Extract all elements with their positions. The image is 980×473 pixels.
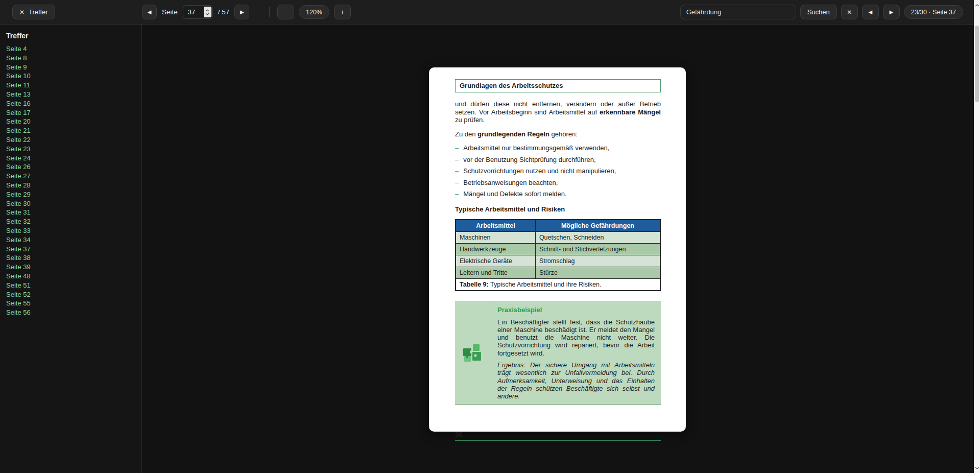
example-paragraph-2: Ergebnis: Der sichere Umgang mit Arbeits… bbox=[497, 361, 655, 400]
pdf-page: Grundlagen des Arbeitsschutzes und dürfe… bbox=[429, 67, 686, 432]
table-row: Maschinen Quetschen, Schneiden bbox=[456, 232, 660, 244]
result-page-link[interactable]: Seite 10 bbox=[6, 72, 141, 81]
table-row: Elektrische Geräte Stromschlag bbox=[456, 255, 660, 267]
dash-icon: – bbox=[455, 190, 459, 198]
next-page-icon: ▶ bbox=[240, 10, 244, 15]
document-canvas[interactable]: Grundlagen des Arbeitsschutzes und dürfe… bbox=[142, 25, 974, 473]
close-icon: ✕ bbox=[847, 9, 852, 15]
zoom-out-button[interactable]: − bbox=[277, 5, 294, 19]
page-footer: 36 bbox=[455, 431, 661, 441]
table-heading: Typische Arbeitsmittel und Risiken bbox=[455, 205, 661, 214]
result-page-link[interactable]: Seite 27 bbox=[6, 172, 141, 181]
chevron-up-icon bbox=[205, 9, 209, 12]
result-page-link[interactable]: Seite 52 bbox=[6, 290, 141, 299]
result-page-link[interactable]: Seite 37 bbox=[6, 245, 141, 254]
result-page-link[interactable]: Seite 28 bbox=[6, 181, 141, 190]
page-navigation: ◀ Seite / 57 ▶ bbox=[142, 0, 249, 24]
toolbar-divider bbox=[269, 7, 270, 17]
zoom-level: 120% bbox=[299, 5, 329, 19]
example-title: Praxisbeispiel bbox=[497, 306, 655, 314]
previous-match-icon: ◀ bbox=[868, 10, 872, 15]
result-page-link[interactable]: Seite 38 bbox=[6, 253, 141, 263]
next-match-button[interactable]: ▶ bbox=[883, 5, 900, 19]
vertical-scrollbar[interactable] bbox=[974, 0, 980, 473]
table-cell-arbeitsmittel: Handwerkzeuge bbox=[456, 244, 535, 255]
toggle-results-button[interactable]: ✕ Treffer bbox=[12, 5, 55, 19]
bullet-text: Schutzvorrichtungen nutzen und nicht man… bbox=[463, 167, 616, 175]
result-page-link[interactable]: Seite 23 bbox=[6, 145, 141, 154]
page-number-input-wrap bbox=[183, 5, 213, 19]
result-page-link[interactable]: Seite 21 bbox=[6, 126, 141, 135]
search-controls: Suchen ✕ ◀ ▶ 23/30 · Seite 37 bbox=[680, 0, 963, 24]
bullet-item: – Arbeitsmittel nur bestimmungsgemäß ver… bbox=[455, 144, 661, 152]
result-page-link[interactable]: Seite 4 bbox=[6, 44, 141, 54]
result-page-link[interactable]: Seite 48 bbox=[6, 272, 141, 281]
results-title: Treffer bbox=[6, 32, 141, 40]
result-page-link[interactable]: Seite 8 bbox=[6, 54, 141, 63]
bullet-text: Betriebsanweisungen beachten, bbox=[463, 179, 558, 187]
footer-rule bbox=[455, 440, 661, 441]
previous-match-button[interactable]: ◀ bbox=[862, 5, 879, 19]
result-page-link[interactable]: Seite 55 bbox=[6, 299, 141, 308]
bullet-item: – vor der Benutzung Sichtprüfung durchfü… bbox=[455, 156, 661, 164]
scrollbar-thumb[interactable] bbox=[975, 26, 979, 102]
bullet-text: Mängel und Defekte sofort melden. bbox=[463, 190, 566, 198]
zoom-in-button[interactable]: + bbox=[334, 5, 351, 19]
scroll-up-arrow[interactable] bbox=[974, 2, 980, 9]
result-page-link[interactable]: Seite 31 bbox=[6, 208, 141, 217]
result-page-link[interactable]: Seite 24 bbox=[6, 154, 141, 163]
chevron-down-icon bbox=[975, 467, 979, 469]
scroll-down-arrow[interactable] bbox=[974, 464, 980, 471]
previous-page-button[interactable]: ◀ bbox=[142, 5, 157, 19]
close-icon: ✕ bbox=[19, 9, 25, 15]
puzzle-icon bbox=[462, 342, 483, 363]
page-label: Seite bbox=[162, 8, 178, 16]
zoom-controls: − 120% + bbox=[277, 0, 351, 24]
search-input[interactable] bbox=[680, 5, 796, 19]
table-header-cell: Arbeitsmittel bbox=[456, 220, 535, 232]
result-page-link[interactable]: Seite 16 bbox=[6, 99, 141, 108]
table-cell-arbeitsmittel: Elektrische Geräte bbox=[456, 255, 535, 267]
number-spinner[interactable] bbox=[204, 7, 211, 17]
result-page-link[interactable]: Seite 34 bbox=[6, 235, 141, 245]
result-page-link[interactable]: Seite 32 bbox=[6, 217, 141, 226]
practice-example-box: Praxisbeispiel Ein Beschäftigter stellt … bbox=[455, 301, 661, 405]
clear-search-button[interactable]: ✕ bbox=[841, 5, 858, 19]
result-page-link[interactable]: Seite 26 bbox=[6, 162, 141, 172]
bullet-item: – Schutzvorrichtungen nutzen und nicht m… bbox=[455, 167, 661, 175]
dash-icon: – bbox=[455, 167, 459, 175]
next-match-icon: ▶ bbox=[889, 10, 893, 15]
dash-icon: – bbox=[455, 156, 459, 164]
paragraph-1: und dürfen diese nicht entfernen, veränd… bbox=[455, 100, 661, 124]
table-cell-gefaehrdung: Quetschen, Schneiden bbox=[535, 232, 660, 244]
result-page-link[interactable]: Seite 17 bbox=[6, 108, 141, 117]
result-page-link[interactable]: Seite 51 bbox=[6, 281, 141, 290]
table-header-cell: Mögliche Gefährdungen bbox=[535, 220, 660, 232]
pdf-viewer-app: ✕ Treffer ◀ Seite / 57 ▶ bbox=[0, 0, 980, 473]
table-cell-arbeitsmittel: Maschinen bbox=[456, 232, 535, 244]
result-page-link[interactable]: Seite 56 bbox=[6, 308, 141, 317]
result-page-link[interactable]: Seite 39 bbox=[6, 263, 141, 272]
minus-icon: − bbox=[284, 8, 288, 16]
result-page-link[interactable]: Seite 33 bbox=[6, 226, 141, 235]
search-submit-button[interactable]: Suchen bbox=[800, 5, 837, 19]
result-page-link[interactable]: Seite 11 bbox=[6, 81, 141, 90]
result-page-link[interactable]: Seite 9 bbox=[6, 63, 141, 72]
example-paragraph-1: Ein Beschäftigter stellt fest, dass die … bbox=[497, 318, 655, 357]
result-page-link[interactable]: Seite 29 bbox=[6, 190, 141, 199]
bullet-text: Arbeitsmittel nur bestimmungsgemäß verwe… bbox=[463, 144, 609, 152]
example-icon-column bbox=[455, 301, 490, 404]
search-results-sidebar: Treffer Seite 4 Seite 8 Seite 9 Seite 10… bbox=[0, 25, 142, 473]
table-header-row: Arbeitsmittel Mögliche Gefährdungen bbox=[456, 220, 660, 232]
table-row: Handwerkzeuge Schnitt- und Stichverletzu… bbox=[456, 244, 660, 255]
result-page-link[interactable]: Seite 13 bbox=[6, 90, 141, 99]
result-page-link[interactable]: Seite 30 bbox=[6, 199, 141, 208]
result-page-link[interactable]: Seite 20 bbox=[6, 117, 141, 126]
previous-page-icon: ◀ bbox=[148, 10, 152, 15]
risk-table: Arbeitsmittel Mögliche Gefährdungen Masc… bbox=[455, 219, 661, 291]
toolbar: ✕ Treffer ◀ Seite / 57 ▶ bbox=[0, 0, 980, 25]
document-header-box: Grundlagen des Arbeitsschutzes bbox=[455, 79, 661, 92]
result-page-link[interactable]: Seite 22 bbox=[6, 135, 141, 145]
table-caption: Tabelle 9: Typische Arbeitsmittel und ih… bbox=[456, 279, 660, 291]
next-page-button[interactable]: ▶ bbox=[234, 5, 249, 19]
